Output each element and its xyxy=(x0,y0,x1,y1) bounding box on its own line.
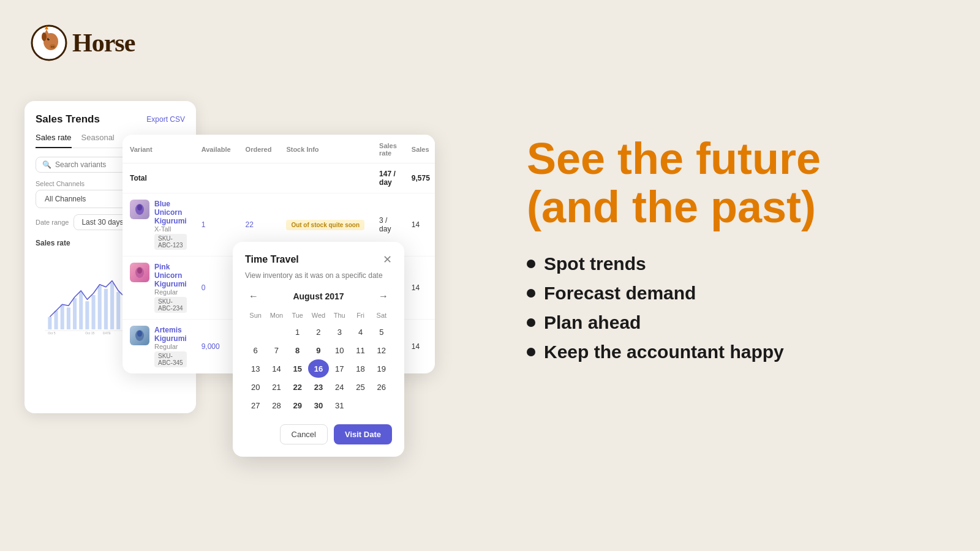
col-sales-rate: Sales rate xyxy=(372,135,404,163)
product-thumb-3 xyxy=(130,326,149,345)
calendar-day[interactable]: 11 xyxy=(350,341,371,359)
calendar-day[interactable]: 28 xyxy=(266,396,287,414)
product-thumb-2 xyxy=(130,263,149,282)
calendar-day[interactable]: 16 xyxy=(308,359,329,378)
calendar-day[interactable]: 5 xyxy=(371,323,392,341)
calendar-day[interactable]: 8 xyxy=(287,341,308,359)
calendar-day[interactable]: 4 xyxy=(350,323,371,341)
calendar-week-row: 2728293031 xyxy=(245,396,392,414)
svg-rect-19 xyxy=(92,295,96,329)
calendar-day[interactable]: 6 xyxy=(245,341,266,359)
cancel-button[interactable]: Cancel xyxy=(280,424,328,444)
calendar-day[interactable]: 23 xyxy=(308,378,329,396)
calendar-day[interactable]: 30 xyxy=(308,396,329,414)
total-available xyxy=(194,163,238,193)
horse-logo-icon xyxy=(31,24,67,61)
calendar-day xyxy=(350,396,371,414)
list-item: Spot trends xyxy=(527,253,943,274)
col-available: Available xyxy=(194,135,238,163)
bullet-text-3: Plan ahead xyxy=(544,312,641,333)
calendar-day[interactable]: 25 xyxy=(350,378,371,396)
svg-point-39 xyxy=(137,204,142,211)
variant-cell-2: Pink Unicorn Kigurumi Regular SKU-ABC-23… xyxy=(123,257,194,320)
calendar-day[interactable]: 9 xyxy=(308,341,329,359)
variant-name-1[interactable]: Blue Unicorn Kigurumi xyxy=(154,200,187,225)
calendar-day[interactable]: 19 xyxy=(371,359,392,378)
col-stock-info: Stock Info xyxy=(279,135,372,163)
sales-2: 14 xyxy=(404,257,435,320)
calendar-day[interactable]: 10 xyxy=(329,341,350,359)
list-item: Keep the accountant happy xyxy=(527,342,943,362)
total-label: Total xyxy=(123,163,194,193)
logo-text: Horse xyxy=(72,28,135,58)
available-2[interactable]: 0 xyxy=(202,283,206,292)
time-travel-modal: Time Travel ✕ View inventory as it was o… xyxy=(233,242,404,457)
calendar-prev-button[interactable]: ← xyxy=(245,290,262,303)
export-csv-button[interactable]: Export CSV xyxy=(146,115,185,124)
variant-cell-1: Blue Unicorn Kigurumi X-Tall SKU-ABC-123 xyxy=(123,193,194,257)
calendar-day[interactable]: 27 xyxy=(245,396,266,414)
visit-date-button[interactable]: Visit Date xyxy=(334,424,392,444)
calendar-day[interactable]: 26 xyxy=(371,378,392,396)
table-header-row: Variant Available Ordered Stock Info Sal… xyxy=(123,135,435,163)
list-item: Plan ahead xyxy=(527,312,943,333)
logo: Horse xyxy=(31,24,135,61)
svg-point-43 xyxy=(137,331,142,337)
calendar-day[interactable]: 14 xyxy=(266,359,287,378)
calendar-day[interactable]: 24 xyxy=(329,378,350,396)
modal-subtitle: View inventory as it was on a specific d… xyxy=(245,271,392,280)
cal-hdr-tue: Tue xyxy=(287,309,308,323)
tab-seasonal[interactable]: Seasonal xyxy=(81,133,115,148)
calendar-week-row: 6789101112 xyxy=(245,341,392,359)
calendar-nav: ← August 2017 → xyxy=(245,290,392,303)
calendar-day[interactable]: 2 xyxy=(308,323,329,341)
svg-point-4 xyxy=(42,32,47,41)
calendar-day[interactable]: 1 xyxy=(287,323,308,341)
calendar-next-button[interactable]: → xyxy=(375,290,392,303)
available-1[interactable]: 1 xyxy=(202,220,206,229)
calendar-day[interactable]: 17 xyxy=(329,359,350,378)
bullet-dot xyxy=(527,289,535,298)
svg-rect-22 xyxy=(110,283,114,329)
modal-footer: Cancel Visit Date xyxy=(245,424,392,444)
total-ordered xyxy=(238,163,279,193)
calendar-day xyxy=(266,323,287,341)
calendar-day[interactable]: 31 xyxy=(329,396,350,414)
headline: See the future (and the past) xyxy=(527,135,943,231)
available-3[interactable]: 9,000 xyxy=(202,342,220,351)
product-thumb-1 xyxy=(130,200,149,219)
total-sales: 9,575 xyxy=(404,163,435,193)
calendar-day[interactable]: 20 xyxy=(245,378,266,396)
svg-rect-15 xyxy=(67,307,70,329)
calendar-day[interactable]: 22 xyxy=(287,378,308,396)
svg-rect-12 xyxy=(48,317,51,329)
calendar-day[interactable]: 18 xyxy=(350,359,371,378)
calendar-day[interactable]: 3 xyxy=(329,323,350,341)
date-range-label: Date range xyxy=(36,219,69,226)
search-icon: 🔍 xyxy=(42,160,51,169)
right-content: See the future (and the past) Spot trend… xyxy=(527,135,943,371)
modal-close-button[interactable]: ✕ xyxy=(383,254,392,265)
total-stock-info xyxy=(279,163,372,193)
svg-text:DATE: DATE xyxy=(103,331,111,335)
ordered-1[interactable]: 22 xyxy=(246,220,254,229)
calendar-day[interactable]: 21 xyxy=(266,378,287,396)
calendar-day[interactable]: 13 xyxy=(245,359,266,378)
calendar-day[interactable]: 12 xyxy=(371,341,392,359)
cal-hdr-sat: Sat xyxy=(371,309,392,323)
svg-point-9 xyxy=(53,46,54,47)
calendar-day[interactable]: 29 xyxy=(287,396,308,414)
svg-rect-17 xyxy=(79,292,83,329)
variant-name-2[interactable]: Pink Unicorn Kigurumi xyxy=(154,263,187,288)
variant-name-3[interactable]: Artemis Kigurumi xyxy=(154,326,187,343)
svg-rect-14 xyxy=(61,304,64,329)
svg-point-41 xyxy=(137,268,142,274)
calendar-week-row: 20212223242526 xyxy=(245,378,392,396)
stock-badge-1: Out of stock quite soon xyxy=(286,220,364,230)
tab-sales-rate[interactable]: Sales rate xyxy=(36,133,72,148)
calendar-day[interactable]: 15 xyxy=(287,359,308,378)
bullet-text-1: Spot trends xyxy=(544,253,646,274)
sku-badge-2: SKU-ABC-234 xyxy=(154,297,187,313)
calendar-day[interactable]: 7 xyxy=(266,341,287,359)
sales-1: 14 xyxy=(404,193,435,257)
